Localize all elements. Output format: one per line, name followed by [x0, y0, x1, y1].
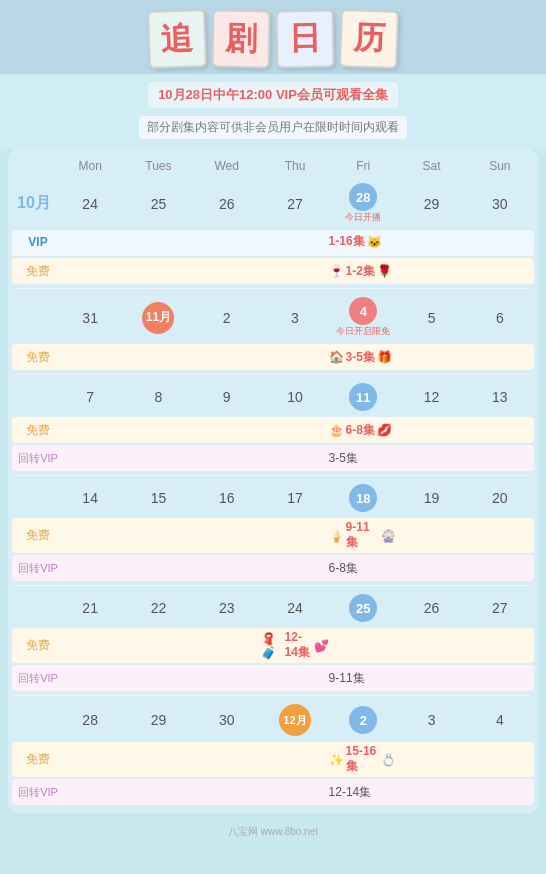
day-9: 9 [193, 387, 261, 407]
header-empty [12, 157, 56, 175]
day-25: 25 [124, 194, 192, 214]
day-29: 29 [124, 710, 192, 730]
day-3b: 3 [397, 710, 465, 730]
watermark: 八宝网 www.8bo.net [0, 821, 546, 843]
huizhuan-ep-5: 9-11集 [329, 670, 396, 687]
huizhuan-label-6: 回转VIP [16, 785, 60, 800]
huizhuan-row-6: 回转VIP 12-14集 [12, 779, 534, 805]
day-28b: 28 [56, 710, 124, 730]
day-25: 25 [329, 592, 397, 624]
header-tues: Tues [124, 157, 192, 175]
free-ep-5: 🧣 🧳 12-14集 💕 [261, 630, 328, 661]
page-wrapper: 追 剧 日 历 10月28日中午12:00 VIP会员可观看全集 部分剧集内容可… [0, 0, 546, 874]
divider-5 [16, 695, 530, 696]
day-4: 4 今日开启限免 [329, 295, 397, 340]
week-nov-3: 14 15 16 17 18 19 20 免费 🍦 9-11集 🎡 回转VIP [8, 480, 538, 581]
day-7: 7 [56, 387, 124, 407]
free-label-2: 免费 [16, 349, 60, 366]
free-label-1: 免费 [16, 263, 60, 280]
huizhuan-row-3: 回转VIP 3-5集 [12, 445, 534, 471]
day-27: 27 [466, 598, 534, 618]
day-14: 14 [56, 488, 124, 508]
free-ep-3: 🎂 6-8集 💋 [329, 422, 396, 439]
notice-line2: 部分剧集内容可供非会员用户在限时时间内观看 [139, 116, 407, 139]
free-row-2: 免费 🏠 3-5集 🎁 [12, 344, 534, 370]
vip-row-1: VIP 1-16集 🐱 [12, 230, 534, 256]
day-27: 27 [261, 194, 329, 214]
day-dec-label: 12月 [261, 702, 329, 738]
huizhuan-label-5: 回转VIP [16, 671, 60, 686]
header-thu: Thu [261, 157, 329, 175]
day-10: 10 [261, 387, 329, 407]
day-24: 24 [56, 194, 124, 214]
day-dec-2: 2 [329, 704, 397, 736]
day-26: 26 [193, 194, 261, 214]
month-oct: 10月 [12, 193, 56, 214]
week-oct-1: 10月 24 25 26 27 28 今日开播 29 30 VIP [8, 179, 538, 284]
free-row-4: 免费 🍦 9-11集 🎡 [12, 518, 534, 553]
day-29: 29 [397, 194, 465, 214]
day-22: 22 [124, 598, 192, 618]
day-20: 20 [466, 488, 534, 508]
free-row-1: 免费 🍷 1-2集 🌹 [12, 258, 534, 284]
huizhuan-row-5: 回转VIP 9-11集 [12, 665, 534, 691]
divider-2 [16, 374, 530, 375]
huizhuan-label-3: 回转VIP [16, 451, 60, 466]
free-label-6: 免费 [16, 751, 60, 768]
week-nov-1: 31 11月 2 3 4 今日开启限免 5 6 免费 [8, 293, 538, 370]
day-12: 12 [397, 387, 465, 407]
day-headers: Mon Tues Wed Thu Fri Sat Sun [8, 157, 538, 175]
free-row-6: 免费 ✨ 15-16集 💍 [12, 742, 534, 777]
header-fri: Fri [329, 157, 397, 175]
free-label-3: 免费 [16, 422, 60, 439]
header-sat: Sat [397, 157, 465, 175]
header-wed: Wed [193, 157, 261, 175]
calendar: Mon Tues Wed Thu Fri Sat Sun 10月 24 25 2… [8, 149, 538, 813]
huizhuan-ep-3: 3-5集 [329, 450, 396, 467]
day-21: 21 [56, 598, 124, 618]
vip-label: VIP [16, 235, 60, 249]
title-banner: 追 剧 日 历 [0, 0, 546, 74]
week-row-4: 14 15 16 17 18 19 20 [8, 480, 538, 516]
free-ep-4: 🍦 9-11集 🎡 [329, 520, 396, 551]
day-19: 19 [397, 488, 465, 508]
watermark-text: 八宝网 www.8bo.net [228, 826, 318, 837]
header-sun: Sun [466, 157, 534, 175]
vip-ep: 1-16集 🐱 [329, 233, 530, 250]
free-ep-1: 🍷 1-2集 🌹 [329, 263, 396, 280]
day-24b: 24 [261, 598, 329, 618]
huizhuan-ep-4: 6-8集 [329, 560, 396, 577]
week-nov-4: 21 22 23 24 25 26 27 免费 🧣 🧳 12-14集 💕 回转 [8, 590, 538, 691]
day-8: 8 [124, 387, 192, 407]
day-28: 28 今日开播 [329, 181, 397, 226]
day-16: 16 [193, 488, 261, 508]
day-18: 18 [329, 482, 397, 514]
week-row-6: 28 29 30 12月 2 3 4 [8, 700, 538, 740]
day-3: 3 [261, 308, 329, 328]
huizhuan-row-4: 回转VIP 6-8集 [12, 555, 534, 581]
day-nov-label: 11月 [124, 300, 192, 336]
huizhuan-ep-6: 12-14集 [329, 784, 396, 801]
day-13: 13 [466, 387, 534, 407]
day-17: 17 [261, 488, 329, 508]
free-row-3: 免费 🎂 6-8集 💋 [12, 417, 534, 443]
day-30: 30 [466, 194, 534, 214]
week-nov-2: 7 8 9 10 11 12 13 免费 🎂 6-8集 💋 回转VIP [8, 379, 538, 471]
day-2: 2 [193, 308, 261, 328]
notice-area: 10月28日中午12:00 VIP会员可观看全集 部分剧集内容可供非会员用户在限… [0, 74, 546, 149]
title-char-3: 日 [275, 9, 334, 68]
notice-line1: 10月28日中午12:00 VIP会员可观看全集 [148, 82, 398, 108]
week-row-2: 31 11月 2 3 4 今日开启限免 5 6 [8, 293, 538, 342]
free-label-5: 免费 [16, 637, 60, 654]
huizhuan-label-4: 回转VIP [16, 561, 60, 576]
title-char-2: 剧 [211, 9, 270, 68]
day-11: 11 [329, 381, 397, 413]
title-char-1: 追 [147, 9, 207, 69]
day-26: 26 [397, 598, 465, 618]
divider-1 [16, 288, 530, 289]
week-dec-1: 28 29 30 12月 2 3 4 免费 ✨ 15-16集 💍 [8, 700, 538, 805]
week-row-5: 21 22 23 24 25 26 27 [8, 590, 538, 626]
day-30: 30 [193, 710, 261, 730]
day-4: 4 [466, 710, 534, 730]
header-mon: Mon [56, 157, 124, 175]
